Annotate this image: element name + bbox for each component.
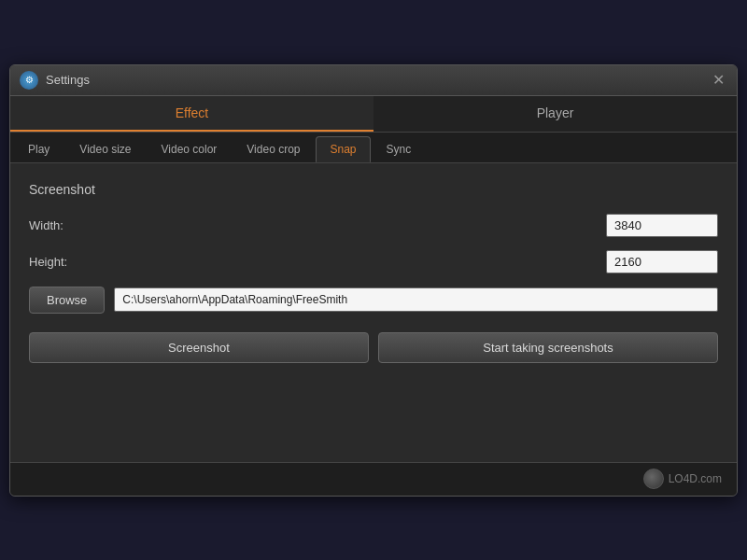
close-button[interactable]: ✕ <box>709 71 727 90</box>
action-buttons: Screenshot Start taking screenshots <box>29 332 718 363</box>
window-title: Settings <box>46 73 90 87</box>
height-input[interactable] <box>606 250 718 273</box>
app-icon: ⚙ <box>20 71 38 90</box>
title-bar-left: ⚙ Settings <box>20 71 90 90</box>
tab-effect[interactable]: Effect <box>10 96 374 132</box>
start-screenshots-button[interactable]: Start taking screenshots <box>378 332 718 363</box>
main-tabs: Effect Player <box>10 96 737 133</box>
watermark-text: LO4D.com <box>669 472 722 485</box>
tab-player[interactable]: Player <box>374 96 737 132</box>
sub-tab-sync[interactable]: Sync <box>373 136 426 162</box>
settings-window: ⚙ Settings ✕ Effect Player Play Video si… <box>9 64 738 497</box>
height-row: Height: <box>29 250 718 273</box>
width-label: Width: <box>29 218 85 232</box>
sub-tab-video-size[interactable]: Video size <box>65 136 145 162</box>
footer: LO4D.com <box>10 462 737 496</box>
sub-tab-video-crop[interactable]: Video crop <box>233 136 314 162</box>
path-input[interactable] <box>114 287 718 312</box>
browse-button[interactable]: Browse <box>29 287 105 314</box>
browse-row: Browse <box>29 287 718 314</box>
sub-tab-snap[interactable]: Snap <box>316 136 370 162</box>
width-row: Width: <box>29 214 718 237</box>
sub-tab-video-color[interactable]: Video color <box>148 136 232 162</box>
sub-tabs: Play Video size Video color Video crop S… <box>10 133 737 163</box>
title-bar: ⚙ Settings ✕ <box>10 65 737 96</box>
content-area: Screenshot Width: Height: Browse Screens… <box>10 163 737 462</box>
width-input[interactable] <box>606 214 718 237</box>
watermark: LO4D.com <box>643 469 722 489</box>
section-title: Screenshot <box>29 182 718 197</box>
screenshot-button[interactable]: Screenshot <box>29 332 369 363</box>
sub-tab-play[interactable]: Play <box>14 136 63 162</box>
height-label: Height: <box>29 255 85 269</box>
watermark-globe-icon <box>643 469 664 489</box>
